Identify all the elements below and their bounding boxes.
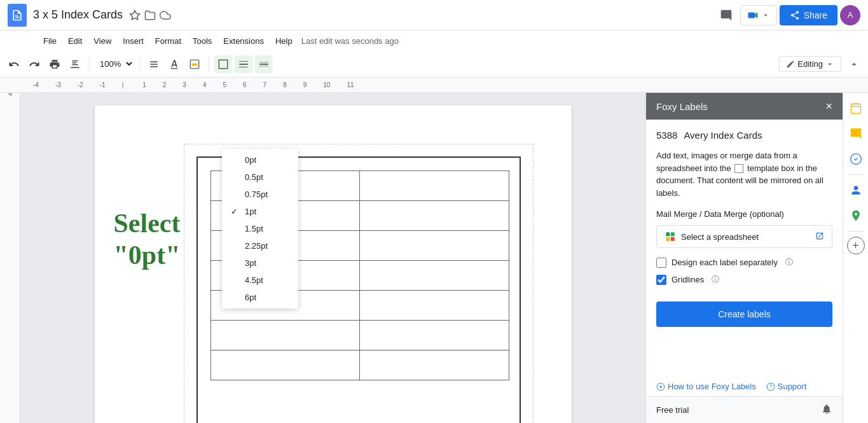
title-icons [129, 10, 171, 21]
menu-tools[interactable]: Tools [188, 34, 217, 48]
border-15pt-option[interactable]: 1.5pt [222, 220, 298, 237]
label-cell [360, 231, 509, 260]
label-cell [360, 201, 509, 230]
tasks-sidebar-icon[interactable] [846, 149, 866, 169]
label-cell [211, 350, 361, 380]
document-area: Select "0pt" [20, 93, 645, 423]
svg-point-21 [767, 383, 775, 391]
border-45pt-option[interactable]: 4.5pt [222, 272, 298, 289]
share-button[interactable]: Share [780, 5, 837, 25]
doc-title: 3 x 5 Index Cards [33, 8, 123, 22]
footer-links: How to use Foxy Labels Support [646, 382, 843, 396]
menu-view[interactable]: View [88, 34, 116, 48]
border-1pt-option[interactable]: 1pt [222, 203, 298, 220]
gridlines-info-icon[interactable]: ⓘ [712, 274, 719, 285]
last-edit-link[interactable]: Last edit was seconds ago [301, 36, 399, 46]
border-3pt-label: 3pt [245, 258, 256, 268]
undo-button[interactable] [5, 55, 23, 73]
star-icon[interactable] [129, 10, 141, 21]
folder-icon[interactable] [144, 10, 156, 21]
comments-button[interactable] [715, 4, 738, 27]
menu-file[interactable]: File [38, 34, 62, 48]
spreadsheet-btn-label: Select a spreadsheet [681, 232, 759, 242]
collapse-toolbar-button[interactable] [845, 55, 863, 73]
text-color-button[interactable] [165, 55, 183, 73]
menu-help[interactable]: Help [270, 34, 298, 48]
svg-rect-0 [748, 12, 755, 18]
border-15pt-label: 1.5pt [245, 224, 263, 233]
bell-icon[interactable] [821, 403, 832, 417]
design-separately-checkbox[interactable] [656, 258, 666, 268]
redo-button[interactable] [25, 55, 43, 73]
side-panel-close-button[interactable]: × [825, 101, 832, 112]
label-cell [360, 171, 509, 200]
paint-format-button[interactable] [66, 55, 84, 73]
border-225pt-label: 2.25pt [245, 241, 268, 251]
border-0pt-option[interactable]: 0pt [222, 151, 298, 169]
editing-mode-label: Editing [797, 59, 823, 69]
svg-rect-18 [671, 237, 675, 241]
meet-button[interactable] [740, 5, 777, 25]
add-sidebar-button[interactable]: + [847, 237, 865, 254]
svg-marker-1 [755, 12, 758, 18]
annotation-line1: Select [114, 207, 181, 239]
svg-rect-3 [150, 61, 158, 62]
menu-extensions[interactable]: Extensions [218, 34, 269, 48]
border-dash-button[interactable] [255, 55, 273, 73]
right-sidebar: + [843, 93, 868, 423]
app-icon [8, 4, 27, 27]
select-spreadsheet-button[interactable]: Select a spreadsheet [656, 225, 832, 248]
svg-rect-17 [666, 237, 670, 241]
menu-format[interactable]: Format [150, 34, 186, 48]
border-0pt-label: 0pt [245, 155, 256, 165]
menu-edit[interactable]: Edit [63, 34, 87, 48]
calendar-sidebar-icon[interactable] [846, 98, 866, 118]
top-right-actions: Share A [715, 4, 860, 27]
svg-rect-2 [150, 64, 158, 65]
border-075pt-label: 0.75pt [245, 190, 268, 199]
support-link[interactable]: Support [766, 382, 807, 391]
border-05pt-option[interactable]: 0.5pt [222, 169, 298, 186]
product-number-row: 5388 Avery Index Cards [656, 130, 832, 141]
svg-rect-15 [666, 232, 670, 236]
cloud-icon[interactable] [160, 10, 171, 21]
border-color-button[interactable] [214, 55, 232, 73]
border-6pt-option[interactable]: 6pt [222, 289, 298, 306]
chat-sidebar-icon[interactable] [846, 123, 866, 144]
design-separately-row: Design each label separately ⓘ [656, 257, 832, 268]
right-sidebar-divider-2 [848, 231, 864, 232]
border-075pt-option[interactable]: 0.75pt [222, 186, 298, 203]
toolbar-divider-1 [89, 58, 90, 71]
design-info-icon[interactable]: ⓘ [785, 257, 793, 268]
border-6pt-label: 6pt [245, 293, 256, 302]
border-3pt-option[interactable]: 3pt [222, 254, 298, 272]
contacts-sidebar-icon[interactable] [846, 180, 866, 200]
border-type-button[interactable] [235, 55, 252, 73]
highlight-button[interactable] [186, 55, 203, 73]
gridlines-row: Gridlines ⓘ [656, 274, 832, 285]
top-bar: 3 x 5 Index Cards Share A [0, 0, 868, 31]
zoom-select[interactable]: 100% [95, 57, 134, 71]
document-page: Select "0pt" [95, 106, 572, 423]
how-to-use-link[interactable]: How to use Foxy Labels [656, 382, 756, 391]
side-panel-body: 5388 Avery Index Cards Add text, images … [646, 120, 843, 382]
label-cell [360, 321, 509, 350]
svg-rect-16 [671, 232, 675, 236]
border-225pt-option[interactable]: 2.25pt [222, 237, 298, 254]
side-panel-title: Foxy Labels [656, 101, 708, 112]
label-row-6 [211, 321, 509, 350]
maps-sidebar-icon[interactable] [846, 205, 866, 226]
more-options-button[interactable] [145, 55, 163, 73]
editing-mode-button[interactable]: Editing [779, 56, 841, 72]
product-number: 5388 [656, 130, 677, 141]
panel-description: Add text, images or merge data from a sp… [656, 149, 832, 199]
user-avatar[interactable]: A [840, 5, 860, 25]
gridlines-checkbox[interactable] [656, 275, 666, 285]
print-button[interactable] [46, 55, 64, 73]
toolbar: 100% Editing [0, 51, 868, 78]
ruler: -4 -3 -2 -1 | 1 2 3 4 5 6 7 8 9 10 11 [0, 78, 868, 93]
menu-insert[interactable]: Insert [118, 34, 149, 48]
svg-rect-8 [219, 60, 228, 69]
svg-rect-4 [150, 66, 158, 67]
create-labels-button[interactable]: Create labels [656, 302, 832, 327]
